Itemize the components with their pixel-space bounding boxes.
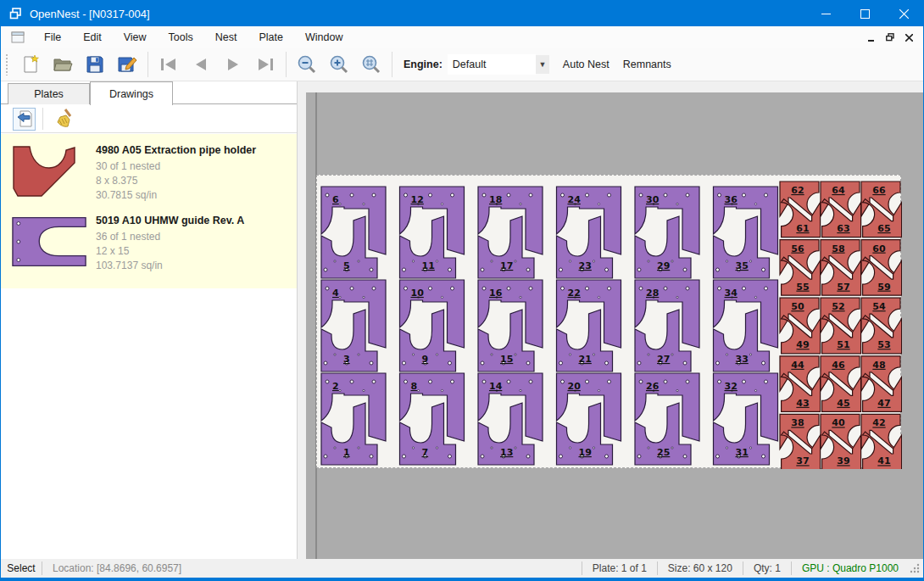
red-nest-pair[interactable]: 4645 — [821, 356, 861, 412]
drill-hole — [637, 268, 641, 271]
pilot-hole — [515, 260, 516, 262]
purple-nest-pair[interactable]: 1817 — [478, 187, 543, 278]
maximize-button[interactable] — [845, 1, 884, 26]
remnants-button[interactable]: Remnants — [616, 53, 678, 75]
plate-sheet[interactable]: 6512111817242330293635431091615222128273… — [316, 175, 901, 468]
purple-nest-pair[interactable]: 2423 — [557, 187, 621, 278]
purple-nest-pair[interactable]: 21 — [321, 373, 386, 465]
pilot-hole — [569, 354, 571, 355]
drawing-item-2[interactable]: 5019 A10 UHMW guide Rev. A 36 of 1 neste… — [1, 209, 297, 280]
pilot-hole — [358, 260, 359, 262]
drill-hole — [324, 268, 327, 271]
drawing-1-nested: 30 of 1 nested — [96, 159, 256, 174]
save-as-button[interactable] — [111, 51, 143, 78]
next-plate-button[interactable] — [217, 51, 249, 78]
last-plate-button[interactable] — [249, 51, 281, 78]
engine-select[interactable]: Default — [448, 54, 536, 75]
open-button[interactable] — [47, 51, 79, 78]
save-icon — [85, 54, 105, 75]
menu-window[interactable]: Window — [294, 28, 353, 47]
drill-hole — [370, 361, 373, 365]
menu-file[interactable]: File — [33, 28, 72, 47]
engine-dropdown-arrow[interactable]: ▼ — [536, 55, 549, 74]
red-nest-pair[interactable]: 5049 — [780, 298, 821, 354]
purple-nest-pair[interactable]: 3231 — [714, 373, 778, 465]
red-nest-pair[interactable]: 6261 — [780, 182, 821, 237]
minimize-button[interactable] — [806, 1, 845, 26]
toolbar-grip[interactable] — [5, 53, 9, 75]
part-number-label: 6 — [332, 194, 339, 205]
mdi-restore-button[interactable] — [881, 29, 899, 46]
purple-nest-pair[interactable]: 65 — [321, 187, 386, 278]
mdi-close-button[interactable] — [899, 29, 918, 46]
pilot-hole — [520, 389, 521, 391]
purple-nest-pair[interactable]: 1211 — [400, 187, 465, 278]
red-nest-pair[interactable]: 5655 — [780, 240, 821, 296]
purple-nest-pair[interactable]: 43 — [321, 280, 386, 372]
mdi-minimize-button[interactable] — [862, 29, 881, 46]
previous-plate-button[interactable] — [185, 51, 217, 78]
menu-nest[interactable]: Nest — [204, 28, 248, 47]
purple-nest-pair[interactable]: 2625 — [635, 373, 699, 465]
new-file-button[interactable] — [14, 51, 47, 78]
pilot-hole — [569, 447, 571, 449]
pilot-hole — [412, 354, 414, 355]
clear-drawings-button[interactable] — [52, 108, 75, 131]
tab-plates[interactable]: Plates — [8, 83, 90, 104]
menu-tools[interactable]: Tools — [158, 28, 204, 47]
close-button[interactable] — [884, 1, 923, 26]
purple-nest-pair[interactable]: 1615 — [478, 280, 543, 372]
drill-hole — [324, 361, 327, 365]
zoom-in-button[interactable] — [323, 51, 355, 78]
purple-nest-pair[interactable]: 2221 — [557, 280, 621, 372]
part-number-label: 45 — [837, 398, 849, 409]
purple-nest-pair[interactable]: 109 — [400, 280, 465, 372]
red-nest-pair[interactable]: 3837 — [780, 414, 821, 469]
pilot-hole — [417, 389, 419, 391]
drawing-item-1[interactable]: 4980 A05 Extraction pipe holder 30 of 1 … — [1, 139, 297, 209]
purple-nest-pair[interactable]: 1413 — [478, 373, 543, 465]
auto-nest-button[interactable]: Auto Nest — [556, 53, 616, 75]
part-number-label: 59 — [877, 282, 890, 293]
nest-canvas[interactable]: 6512111817242330293635431091615222128273… — [298, 81, 923, 559]
red-nest-pair[interactable]: 6463 — [821, 182, 861, 237]
red-nest-pair[interactable]: 4847 — [861, 356, 902, 412]
red-nest-pair[interactable]: 4241 — [861, 414, 902, 469]
part-number-label: 26 — [646, 381, 660, 392]
drill-hole — [451, 193, 454, 197]
purple-nest-pair[interactable]: 3029 — [635, 187, 699, 278]
first-plate-button[interactable] — [153, 51, 185, 78]
menu-view[interactable]: View — [113, 28, 158, 47]
pilot-hole — [593, 447, 594, 449]
part-number-label: 19 — [579, 447, 592, 458]
send-to-plates-button[interactable] — [13, 108, 36, 131]
red-nest-pair[interactable]: 4443 — [780, 356, 821, 412]
pilot-hole — [754, 389, 756, 391]
part-number-label: 24 — [568, 194, 582, 205]
menu-edit[interactable]: Edit — [72, 28, 113, 47]
drill-hole — [716, 361, 720, 365]
red-nest-pair[interactable]: 5453 — [861, 298, 902, 354]
purple-nest-pair[interactable]: 2827 — [635, 280, 699, 372]
part-number-label: 41 — [877, 455, 890, 466]
purple-nest-pair[interactable]: 2019 — [557, 373, 621, 465]
drill-hole — [683, 361, 687, 365]
red-nest-pair[interactable]: 6665 — [861, 182, 902, 237]
purple-nest-pair[interactable]: 3635 — [714, 187, 778, 278]
part-number-label: 52 — [832, 301, 844, 312]
zoom-fit-button[interactable] — [355, 51, 387, 78]
broom-icon — [53, 109, 74, 129]
save-button[interactable] — [79, 51, 111, 78]
red-nest-pair[interactable]: 5251 — [821, 298, 861, 354]
zoom-out-button[interactable] — [291, 51, 323, 78]
resize-grip[interactable] — [909, 562, 921, 574]
purple-nest-pair[interactable]: 3433 — [714, 280, 778, 372]
tab-drawings[interactable]: Drawings — [90, 81, 173, 105]
pilot-hole — [441, 203, 443, 204]
purple-nest-pair[interactable]: 87 — [400, 373, 465, 465]
red-nest-pair[interactable]: 5857 — [821, 240, 861, 296]
pilot-hole — [648, 260, 649, 262]
red-nest-pair[interactable]: 6059 — [861, 240, 902, 296]
red-nest-pair[interactable]: 4039 — [821, 414, 861, 469]
menu-plate[interactable]: Plate — [248, 28, 294, 47]
